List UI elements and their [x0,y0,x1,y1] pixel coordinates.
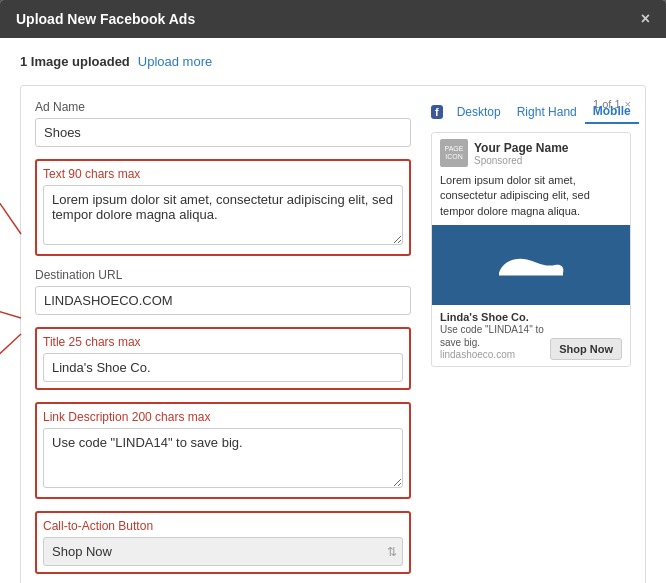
svg-line-2 [0,334,21,371]
page-icon-line1: PAGE [445,145,464,153]
destination-url-label: Destination URL [35,268,411,282]
upload-status: 1 Image uploaded Upload more [20,54,646,69]
left-panel: Ad Name Text 90 chars max Lorem ipsum do… [35,100,411,574]
preview-card-header-text: Your Page Name Sponsored [474,141,568,166]
preview-card-footer: Linda's Shoe Co. Use code "LINDA14" to s… [432,305,630,366]
link-desc-label: Link Description 200 chars max [43,410,403,424]
destination-url-input[interactable] [35,286,411,315]
title-label: Title 25 chars max [43,335,403,349]
page-icon: PAGE ICON [440,139,468,167]
preview-footer-desc: Use code "LINDA14" to save big. [440,323,544,349]
cta-select[interactable]: Shop Now Learn More Sign Up Book Now Con… [43,537,403,566]
upload-count: 1 Image uploaded [20,54,130,69]
link-desc-textarea[interactable]: Use code "LINDA14" to save big. [43,428,403,488]
close-icon[interactable]: × [641,10,650,28]
svg-line-0 [0,176,21,234]
title-group: Title 25 chars max [35,327,411,390]
preview-card-header: PAGE ICON Your Page Name Sponsored [432,133,630,173]
destination-url-group: Destination URL [35,268,411,315]
preview-shop-now-button[interactable]: Shop Now [550,338,622,360]
ad-name-group: Ad Name [35,100,411,147]
facebook-icon: f [431,105,443,119]
page-counter: 1 of 1 × [593,98,631,110]
preview-sponsored: Sponsored [474,155,568,166]
ad-name-label: Ad Name [35,100,411,114]
tab-desktop[interactable]: Desktop [449,101,509,123]
shoe-svg [491,245,571,285]
modal-body: 1 Image uploaded Upload more Ad Name Tex… [0,38,666,583]
text-label: Text 90 chars max [43,167,403,181]
ad-name-input[interactable] [35,118,411,147]
cta-group: Call-to-Action Button Shop Now Learn Mor… [35,511,411,574]
link-desc-group: Link Description 200 chars max Use code … [35,402,411,499]
text-group: Text 90 chars max Lorem ipsum dolor sit … [35,159,411,256]
tab-righthand[interactable]: Right Hand [509,101,585,123]
preview-footer-url: lindashoeco.com [440,349,544,360]
cta-label: Call-to-Action Button [43,519,403,533]
counter-value: 1 of 1 [593,98,621,110]
modal-header: Upload New Facebook Ads × [0,0,666,38]
page-icon-line2: ICON [445,153,463,161]
preview-page-name: Your Page Name [474,141,568,155]
main-content: Ad Name Text 90 chars max Lorem ipsum do… [20,85,646,583]
preview-footer-title: Linda's Shoe Co. [440,311,544,323]
upload-more-link[interactable]: Upload more [138,54,212,69]
title-input[interactable] [43,353,403,382]
svg-line-1 [0,306,21,318]
preview-body-text: Lorem ipsum dolor sit amet, consectetur … [432,173,630,225]
preview-tabs: f Desktop Right Hand Mobile 1 of 1 × [431,100,631,124]
modal: Upload New Facebook Ads × 1 Image upload… [0,0,666,583]
preview-image [432,225,630,305]
cta-select-wrapper: Shop Now Learn More Sign Up Book Now Con… [43,537,403,566]
preview-card-footer-text: Linda's Shoe Co. Use code "LINDA14" to s… [440,311,544,360]
counter-close-icon[interactable]: × [625,98,631,110]
right-panel: f Desktop Right Hand Mobile 1 of 1 × PAG… [431,100,631,574]
text-textarea[interactable]: Lorem ipsum dolor sit amet, consectetur … [43,185,403,245]
preview-card: PAGE ICON Your Page Name Sponsored Lorem… [431,132,631,367]
modal-title: Upload New Facebook Ads [16,11,195,27]
